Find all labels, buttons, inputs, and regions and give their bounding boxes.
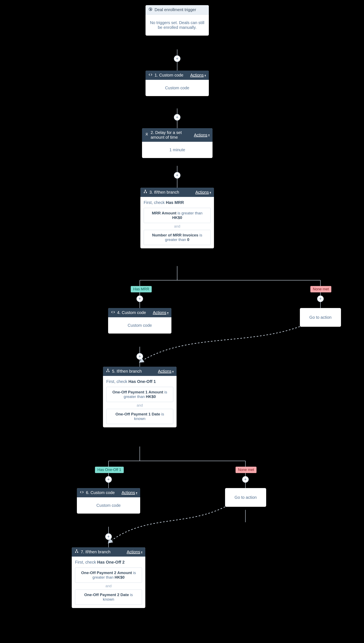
node-3-first-check: First, check Has MRR bbox=[144, 200, 211, 205]
node-6-actions[interactable]: Actions▾ bbox=[122, 490, 137, 495]
node-6-title: 6. Custom code bbox=[86, 490, 115, 495]
and-label: and bbox=[144, 223, 211, 230]
node-5-cond-1: One-Off Payment 1 Date is known bbox=[106, 409, 173, 424]
and-label: and bbox=[106, 402, 173, 409]
node-5-body: First, check Has One-Off 1 One-Off Payme… bbox=[103, 376, 176, 427]
node-7-actions[interactable]: Actions▾ bbox=[126, 550, 142, 554]
goto-2-body: Go to action bbox=[225, 488, 266, 507]
node-1-body: Custom code bbox=[146, 80, 209, 96]
plus-after-1[interactable]: + bbox=[174, 114, 180, 121]
goto-1-body: Go to action bbox=[300, 308, 341, 327]
svg-point-23 bbox=[77, 552, 78, 553]
node-7-cond-0: One-Off Payment 2 Amount is greater than… bbox=[75, 567, 142, 583]
node-5-first-check: First, check Has One-Off 1 bbox=[106, 379, 173, 384]
svg-point-16 bbox=[144, 192, 144, 193]
node-5-cond-0: One-Off Payment 1 Amount is greater than… bbox=[106, 387, 173, 402]
node-3-header: 3. If/then branch Actions▾ bbox=[140, 188, 214, 197]
node-4-actions[interactable]: Actions▾ bbox=[153, 310, 168, 315]
svg-point-17 bbox=[146, 192, 146, 193]
node-2-delay[interactable]: 2. Delay for a set amount of time Action… bbox=[142, 128, 212, 158]
plus-branch3-left[interactable]: + bbox=[136, 295, 143, 302]
deal-icon bbox=[148, 7, 152, 12]
plus-after-6[interactable]: + bbox=[105, 533, 112, 540]
node-6-custom-code[interactable]: 6. Custom code Actions▾ Custom code bbox=[77, 488, 140, 514]
tag-none-met-2[interactable]: None met bbox=[236, 467, 256, 473]
tag-has-mrr[interactable]: Has MRR bbox=[131, 286, 152, 292]
node-3-cond-1: Number of MRR Invoices is greater than 0 bbox=[144, 230, 211, 245]
node-1-title: 1. Custom code bbox=[154, 73, 183, 78]
node-7-first-check: First, check Has One-Off 2 bbox=[75, 560, 142, 565]
svg-point-21 bbox=[76, 550, 77, 550]
svg-point-18 bbox=[108, 369, 108, 370]
plus-branch5-left[interactable]: + bbox=[105, 476, 112, 483]
node-3-actions[interactable]: Actions▾ bbox=[195, 190, 211, 195]
node-2-actions[interactable]: Actions▾ bbox=[194, 133, 210, 137]
tag-has-oo1[interactable]: Has One-Off 1 bbox=[95, 467, 124, 473]
node-7-branch[interactable]: 7. If/then branch Actions▾ First, check … bbox=[72, 547, 145, 608]
node-3-cond-0: MRR Amount is greater than HK$0 bbox=[144, 208, 211, 223]
chevron-down-icon: ▾ bbox=[204, 74, 206, 77]
chevron-down-icon: ▾ bbox=[167, 311, 168, 314]
plus-branch3-right[interactable]: + bbox=[317, 295, 324, 302]
code-icon bbox=[148, 73, 152, 78]
node-3-body: First, check Has MRR MRR Amount is great… bbox=[140, 197, 214, 248]
node-7-cond-1: One-Off Payment 2 Date is known bbox=[75, 589, 142, 605]
node-6-header: 6. Custom code Actions▾ bbox=[77, 488, 140, 497]
svg-point-15 bbox=[145, 190, 146, 191]
code-icon bbox=[111, 310, 115, 315]
plus-after-2[interactable]: + bbox=[174, 172, 180, 179]
trigger-body: No triggers set. Deals can still be enro… bbox=[146, 15, 209, 36]
node-5-branch[interactable]: 5. If/then branch Actions▾ First, check … bbox=[103, 367, 176, 427]
node-2-header: 2. Delay for a set amount of time Action… bbox=[142, 128, 212, 142]
branch-icon bbox=[106, 369, 110, 374]
node-4-header: 4. Custom code Actions▾ bbox=[108, 308, 172, 317]
node-7-title: 7. If/then branch bbox=[81, 550, 110, 554]
hourglass-icon bbox=[145, 133, 148, 138]
node-4-custom-code[interactable]: 4. Custom code Actions▾ Custom code bbox=[108, 308, 172, 334]
node-4-body: Custom code bbox=[108, 317, 172, 334]
and-label: and bbox=[75, 583, 142, 589]
branch-icon bbox=[74, 549, 79, 554]
chevron-down-icon: ▾ bbox=[172, 370, 174, 373]
code-icon bbox=[80, 490, 84, 495]
chevron-down-icon: ▾ bbox=[210, 191, 211, 194]
plus-branch5-right[interactable]: + bbox=[242, 476, 249, 483]
goto-2[interactable]: Go to action bbox=[225, 488, 266, 507]
svg-point-22 bbox=[75, 552, 76, 553]
node-7-header: 7. If/then branch Actions▾ bbox=[72, 547, 145, 557]
node-4-title: 4. Custom code bbox=[117, 310, 146, 315]
trigger-title: Deal enrollment trigger bbox=[154, 8, 196, 12]
node-5-header: 5. If/then branch Actions▾ bbox=[103, 367, 176, 376]
trigger-node[interactable]: Deal enrollment trigger No triggers set.… bbox=[146, 5, 209, 36]
node-6-body: Custom code bbox=[77, 497, 140, 514]
node-2-title: 2. Delay for a set amount of time bbox=[151, 130, 194, 140]
node-2-body: 1 minute bbox=[142, 142, 212, 158]
tag-none-met-1[interactable]: None met bbox=[310, 286, 331, 292]
goto-1[interactable]: Go to action bbox=[300, 308, 341, 327]
branch-icon bbox=[143, 190, 147, 195]
node-5-title: 5. If/then branch bbox=[112, 369, 142, 374]
svg-point-20 bbox=[108, 371, 109, 372]
chevron-down-icon: ▾ bbox=[208, 133, 210, 137]
trigger-header: Deal enrollment trigger bbox=[146, 5, 209, 15]
node-1-custom-code[interactable]: 1. Custom code Actions▾ Custom code bbox=[146, 71, 209, 96]
node-1-header: 1. Custom code Actions▾ bbox=[146, 71, 209, 80]
chevron-down-icon: ▾ bbox=[141, 550, 142, 554]
svg-point-19 bbox=[106, 371, 107, 372]
chevron-down-icon: ▾ bbox=[136, 491, 137, 494]
node-3-title: 3. If/then branch bbox=[150, 190, 179, 195]
node-5-actions[interactable]: Actions▾ bbox=[158, 369, 174, 374]
node-3-branch[interactable]: 3. If/then branch Actions▾ First, check … bbox=[140, 188, 214, 248]
node-1-actions[interactable]: Actions▾ bbox=[190, 73, 206, 78]
plus-after-4[interactable]: + bbox=[136, 353, 143, 360]
node-7-body: First, check Has One-Off 2 One-Off Payme… bbox=[72, 557, 145, 608]
plus-after-trigger[interactable]: + bbox=[174, 55, 180, 62]
